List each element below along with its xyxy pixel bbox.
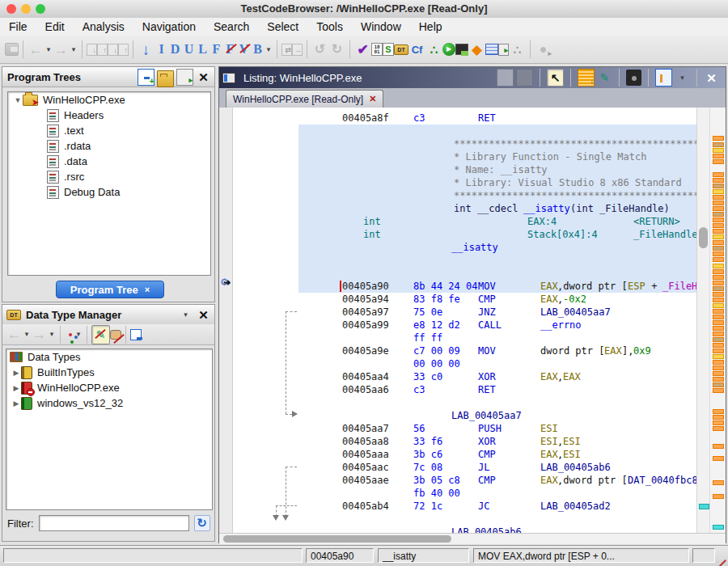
back-icon[interactable]: ←: [6, 326, 23, 344]
listing-row[interactable]: intStack[0x4]:4_FileHandle: [298, 228, 696, 241]
overview-marker[interactable]: [713, 371, 724, 376]
overview-marker[interactable]: [713, 178, 724, 183]
horizontal-scrollbar[interactable]: [219, 533, 726, 544]
overview-marker[interactable]: [713, 409, 724, 414]
listing-row[interactable]: LAB_00405ab6: [298, 526, 696, 533]
program-trees-header[interactable]: Program Trees +▸✕: [2, 67, 214, 87]
overview-marker[interactable]: [713, 257, 724, 262]
expander-icon[interactable]: ▶: [11, 384, 21, 392]
forward-icon[interactable]: →: [31, 326, 48, 344]
listing-row[interactable]: 00405a908b 44 24 04MOVEAX,dword ptr [ESP…: [298, 280, 696, 293]
overview-marker[interactable]: [713, 320, 724, 325]
overview-marker[interactable]: [713, 315, 724, 319]
overview-marker[interactable]: [713, 292, 724, 297]
letter-v-slashed-icon[interactable]: V: [237, 40, 251, 58]
copy-icon[interactable]: [497, 69, 514, 87]
listing-row[interactable]: 00405aa433 c0XOREAX,EAX: [298, 370, 696, 383]
listing-row[interactable]: 00405aae3b 05 c8CMPEAX,dword ptr [DAT_00…: [298, 474, 696, 487]
overview-marker[interactable]: [713, 184, 724, 188]
letter-b-icon[interactable]: B: [251, 40, 265, 58]
overview-marker[interactable]: [713, 275, 724, 280]
overview-marker[interactable]: [713, 388, 724, 393]
expander-icon[interactable]: ▶: [11, 399, 21, 408]
expand-tree-icon[interactable]: ▸: [176, 69, 193, 86]
listing-row[interactable]: 00405aaa3b c6CMPEAX,ESI: [298, 448, 696, 461]
validate-icon[interactable]: ✔: [354, 40, 371, 58]
overview-marker[interactable]: [713, 420, 724, 425]
paste-icon[interactable]: ↑: [118, 44, 129, 56]
expander-icon[interactable]: ▶: [11, 369, 21, 377]
overview-marker[interactable]: [713, 365, 724, 370]
bookmarks-table-icon[interactable]: [485, 44, 498, 55]
overview-marker[interactable]: [713, 223, 724, 228]
overview-marker[interactable]: [713, 240, 724, 245]
overview-marker[interactable]: [713, 206, 724, 211]
forward-caret[interactable]: ▾: [48, 326, 56, 344]
close-icon[interactable]: ✕: [704, 70, 719, 86]
letter-b-caret[interactable]: ▾: [265, 40, 273, 58]
overview-marker[interactable]: [713, 326, 724, 331]
letter-d-icon[interactable]: D: [168, 40, 182, 58]
paste-icon[interactable]: [516, 69, 533, 87]
tree-item-winhellocppexe[interactable]: ▶WinHelloCPP.exe: [6, 380, 212, 395]
filter-pointer-off-icon[interactable]: [110, 330, 121, 340]
tree-item-rsrc[interactable]: .rsrc: [8, 169, 210, 184]
overview-marker[interactable]: [713, 382, 724, 387]
menu-help[interactable]: Help: [410, 20, 451, 33]
copy-icon[interactable]: ↓: [108, 44, 118, 56]
listing-row[interactable]: 00405a99e8 12 d2CALL__errno: [298, 319, 696, 332]
redo-icon[interactable]: ↻: [328, 40, 345, 58]
display-options-caret[interactable]: ▾: [675, 70, 690, 86]
preview-window-icon[interactable]: [130, 329, 142, 340]
run-script-icon[interactable]: ▶: [442, 43, 455, 56]
overview-marker[interactable]: [713, 246, 724, 251]
tree-item-builtintypes[interactable]: ▶BuiltInTypes: [6, 365, 212, 380]
data-type-manager-header[interactable]: DT Data Type Manager ▾✕: [2, 305, 214, 325]
menu-navigation[interactable]: Navigation: [133, 20, 205, 33]
filter-input[interactable]: [39, 515, 189, 531]
listing-row[interactable]: ****************************************…: [298, 189, 696, 202]
new-tree-icon[interactable]: +: [138, 69, 154, 86]
overview-marker[interactable]: [713, 494, 724, 499]
overview-marker[interactable]: [713, 195, 724, 200]
listing-row[interactable]: 00405ab472 1cJCLAB_00405ad2: [298, 500, 696, 513]
copy-special-icon[interactable]: ↓: [87, 44, 97, 56]
overview-marker[interactable]: [713, 286, 724, 291]
menu-file[interactable]: File: [0, 20, 36, 33]
close-icon[interactable]: ✕: [196, 307, 211, 323]
overview-marker[interactable]: [713, 172, 724, 177]
tree-item-headers[interactable]: Headers: [8, 108, 210, 123]
program-tree-tab[interactable]: Program Tree ×: [56, 281, 164, 298]
listing-row[interactable]: intEAX:4<RETURN>: [298, 215, 696, 228]
edit-fields-icon[interactable]: ✎: [597, 70, 612, 86]
letter-f-slashed-icon[interactable]: F: [223, 40, 237, 58]
tree-item-windowsvs1232[interactable]: ▶windows_vs12_32: [6, 395, 212, 411]
overview-marker[interactable]: [713, 159, 724, 164]
overview-marker[interactable]: [713, 281, 724, 285]
overview-marker[interactable]: [713, 303, 724, 308]
memory-map-icon[interactable]: [455, 44, 468, 55]
resize-grip[interactable]: [719, 558, 727, 566]
filter-edit-off-icon[interactable]: ✎: [91, 325, 110, 344]
listing-row[interactable]: LAB_00405aa7: [298, 409, 696, 422]
program-tree-tab-close[interactable]: ×: [145, 285, 150, 294]
function-graph-icon[interactable]: ◆: [468, 40, 485, 58]
letter-f-icon[interactable]: F: [210, 40, 223, 58]
overview-marker[interactable]: [713, 332, 724, 336]
overview-marker[interactable]: [713, 360, 724, 365]
paste-special-icon[interactable]: ↑: [97, 44, 108, 56]
overview-marker[interactable]: [713, 264, 724, 268]
tree-item-debugdata[interactable]: Debug Data: [8, 184, 210, 200]
tree-item-data[interactable]: .data: [8, 154, 210, 169]
overview-marker[interactable]: [713, 142, 724, 147]
associations-icon[interactable]: [65, 330, 74, 340]
menu-search[interactable]: Search: [205, 20, 258, 33]
save-icon[interactable]: [5, 43, 19, 56]
listing-row[interactable]: 00405a9775 0eJNZLAB_00405aa7: [298, 306, 696, 319]
snapshot-icon[interactable]: [626, 70, 641, 86]
menu-analysis[interactable]: Analysis: [74, 20, 133, 33]
listing-titlebar[interactable]: Listing: WinHelloCPP.exe ↖↓✎▾✕: [219, 67, 726, 88]
horizontal-scrollbar-thumb[interactable]: [223, 535, 451, 543]
listing-row[interactable]: 00405aac7c 08JLLAB_00405ab6: [298, 461, 696, 474]
back-options-caret[interactable]: ▾: [44, 40, 53, 58]
